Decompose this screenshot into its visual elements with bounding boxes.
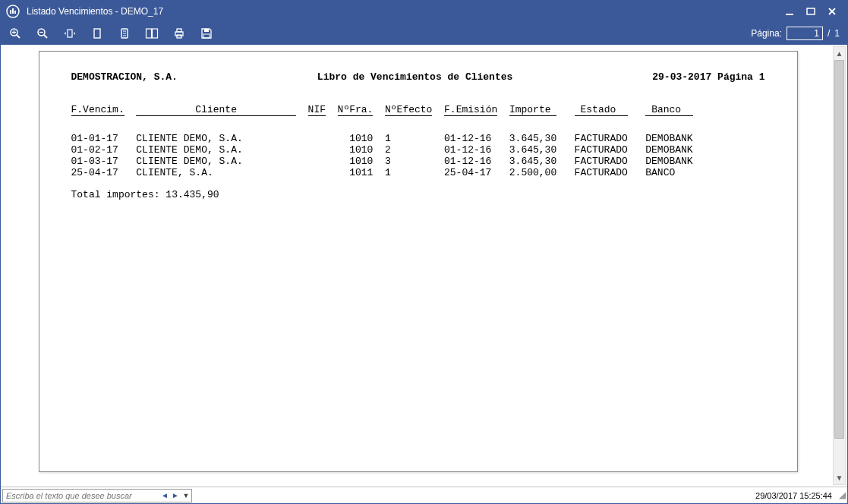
scroll-thumb[interactable] — [834, 60, 844, 439]
table-row: 01-01-17 CLIENTE DEMO, S.A. 1010 1 01-12… — [71, 133, 765, 144]
scroll-down-arrow[interactable]: ▼ — [834, 471, 845, 484]
svg-rect-3 — [14, 11, 16, 14]
resize-grip-icon[interactable]: ◢ — [837, 490, 847, 501]
column-header: F.Emisión — [444, 104, 497, 116]
page-icon[interactable] — [118, 27, 131, 40]
report-date-page: 29-03-2017 Página 1 — [652, 71, 764, 83]
page-control: Página: / 1 — [751, 27, 840, 40]
svg-line-9 — [17, 35, 20, 38]
print-icon[interactable] — [172, 27, 186, 40]
minimize-button[interactable] — [785, 7, 796, 16]
search-next-icon[interactable]: ► — [170, 491, 181, 499]
svg-rect-2 — [12, 8, 14, 14]
zoom-in-icon[interactable] — [8, 27, 22, 40]
table-row: 01-02-17 CLIENTE DEMO, S.A. 1010 2 01-12… — [71, 144, 765, 156]
company-name: DEMOSTRACION, S.A. — [71, 71, 178, 83]
close-button[interactable] — [828, 7, 838, 16]
svg-rect-27 — [203, 34, 210, 38]
scroll-track[interactable] — [834, 60, 845, 471]
status-datetime: 29/03/2017 15:25:44 — [751, 491, 837, 500]
page-separator: / — [828, 28, 830, 39]
svg-rect-5 — [807, 8, 815, 14]
report-page: DEMOSTRACION, S.A. Libro de Vencimientos… — [39, 51, 798, 472]
svg-rect-26 — [204, 29, 209, 32]
column-header: NIF — [308, 104, 326, 116]
column-header: Cliente — [136, 104, 296, 116]
svg-rect-15 — [68, 30, 72, 37]
search-box: ◄ ► ▼ — [2, 489, 192, 502]
search-dropdown-icon[interactable]: ▼ — [181, 492, 191, 499]
report-title: Libro de Vencimientos de Clientes — [178, 71, 652, 83]
column-header: Importe — [509, 104, 556, 116]
table-row: 25-04-17 CLIENTE, S.A. 1011 1 25-04-17 2… — [71, 167, 765, 178]
app-icon — [5, 4, 20, 19]
column-header: F.Vencim. — [71, 104, 125, 116]
scroll-up-arrow[interactable]: ▲ — [834, 47, 845, 60]
total-line: Total importes: 13.435,90 — [71, 189, 765, 200]
svg-rect-4 — [786, 14, 793, 15]
svg-rect-24 — [177, 29, 181, 32]
svg-rect-22 — [153, 29, 158, 38]
document-viewer: DEMOSTRACION, S.A. Libro de Vencimientos… — [1, 45, 847, 487]
status-bar: ◄ ► ▼ 29/03/2017 15:25:44 ◢ — [1, 487, 847, 503]
table-row: 01-03-17 CLIENTE DEMO, S.A. 1010 3 01-12… — [71, 156, 765, 167]
svg-rect-25 — [177, 35, 181, 38]
column-header: Banco — [645, 104, 692, 116]
page-total: 1 — [834, 28, 840, 39]
viewer-scroll-area[interactable]: DEMOSTRACION, S.A. Libro de Vencimientos… — [1, 45, 847, 487]
search-prev-icon[interactable]: ◄ — [159, 491, 170, 499]
column-headers: F.Vencim. Cliente NIF NºFra. NºEfecto F.… — [71, 104, 765, 116]
column-header: Estado — [575, 104, 628, 116]
svg-rect-21 — [147, 29, 152, 38]
fit-width-icon[interactable] — [63, 27, 77, 40]
column-header: NºEfecto — [385, 104, 432, 116]
page-current-input[interactable] — [787, 27, 823, 40]
single-page-icon[interactable] — [90, 27, 104, 40]
svg-rect-1 — [10, 10, 11, 14]
toolbar: Página: / 1 — [1, 22, 847, 45]
maximize-button[interactable] — [806, 7, 817, 16]
document-header: DEMOSTRACION, S.A. Libro de Vencimientos… — [71, 71, 765, 83]
svg-line-13 — [44, 35, 47, 38]
window-controls — [785, 7, 843, 16]
toolbar-icons — [8, 27, 213, 40]
column-header: NºFra. — [338, 104, 374, 116]
page-label: Página: — [751, 28, 782, 39]
app-window: Listado Vencimientos - DEMO_17 Página: /… — [0, 0, 848, 504]
zoom-out-icon[interactable] — [36, 27, 49, 40]
search-input[interactable] — [3, 490, 159, 502]
vertical-scrollbar[interactable]: ▲ ▼ — [833, 46, 846, 485]
window-title: Listado Vencimientos - DEMO_17 — [27, 6, 785, 17]
save-icon[interactable] — [200, 27, 213, 40]
title-bar: Listado Vencimientos - DEMO_17 — [1, 1, 847, 22]
two-page-icon[interactable] — [145, 27, 159, 40]
svg-rect-16 — [94, 29, 100, 38]
data-rows: 01-01-17 CLIENTE DEMO, S.A. 1010 1 01-12… — [71, 133, 765, 178]
